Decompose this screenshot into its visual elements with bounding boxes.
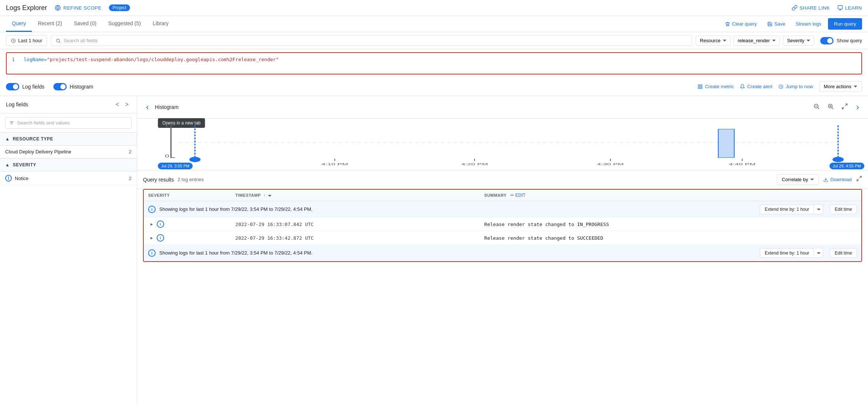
extend-dropdown-top[interactable] [814,204,823,214]
run-query-button[interactable]: Run query [828,18,862,30]
search-fields-input[interactable]: Search fields and values [5,117,132,129]
time-range-label: Last 1 hour [18,38,42,43]
metric-icon [698,84,703,89]
create-alert-button[interactable]: Create alert [740,84,772,89]
y-axis-max: 2 [165,124,169,128]
more-actions-chevron [854,86,857,87]
log-fields-toggle[interactable] [6,83,19,90]
save-label: Save [774,21,785,27]
resource-filter-chip[interactable]: Resource [696,36,731,46]
tab-saved[interactable]: Saved (0) [68,16,102,32]
time-end-badge[interactable]: Jul 29, 4:55 PM [829,163,864,169]
histogram-nav-right[interactable]: › [853,100,862,114]
severity-header[interactable]: ▲ SEVERITY [0,158,137,172]
time-start-dot[interactable] [189,157,200,162]
results-title: Query results [143,177,174,183]
time-end-dot[interactable] [832,157,844,162]
results-count: 2 log entries [177,177,204,182]
histogram-toggle[interactable] [53,83,67,90]
main-content: Log fields < > Search fields and values … [0,96,868,404]
jump-to-now-button[interactable]: Jump to now [778,84,813,89]
histogram-svg: 2 0 4:10 PM 4:20 [143,122,862,167]
log-summary-cell-1: Release render state changed to SUCCEEDE… [480,231,861,245]
show-query-toggle[interactable] [820,37,834,44]
clear-query-button[interactable]: Clear query [721,19,761,29]
correlate-by-chevron [810,179,814,180]
svg-line-24 [842,107,844,109]
query-text: logName="projects/test-suspend-abandon/l… [24,57,279,62]
expand-icon [841,103,848,110]
stream-logs-button[interactable]: Stream logs [792,19,825,29]
extend-time-button-bottom[interactable]: Extend time by: 1 hour [760,248,814,258]
panel-title: Log fields [6,102,28,107]
create-metric-button[interactable]: Create metric [698,84,734,89]
log-name-label: release_render [738,38,770,43]
correlate-by-button[interactable]: Correlate by [777,174,819,185]
time-range-button[interactable]: Last 1 hour [6,35,47,46]
severity-badge-1: i [157,234,164,242]
time-start-badge[interactable]: Jul 29, 3:55 PM [158,163,193,169]
tab-recent[interactable]: Recent (2) [32,16,68,32]
log-name-dropdown-icon [772,40,776,41]
resource-type-header[interactable]: ▲ RESOURCE TYPE [0,132,137,146]
show-query-toggle-container: Show query [820,37,862,44]
edit-time-button-top[interactable]: Edit time [830,205,857,214]
svg-point-1 [57,7,59,9]
query-editor[interactable]: 1 logName="projects/test-suspend-abandon… [6,52,862,74]
resource-dropdown-icon [723,40,726,41]
table-row[interactable]: ► i 2022-07-29 16:33:07.842 UTC Release … [144,217,861,231]
severity-count-0: 2 [129,176,132,181]
th-severity: SEVERITY [144,190,231,201]
refine-scope-button[interactable]: REFINE SCOPE [51,3,104,13]
more-actions-button[interactable]: More actions [819,81,862,92]
th-timestamp[interactable]: TIMESTAMP ↑ [231,190,480,201]
search-fields-placeholder: Search fields and values [17,120,70,126]
svg-text:4:10 PM: 4:10 PM [321,162,348,166]
log-fields-panel: Log fields < > Search fields and values … [0,96,137,404]
extend-time-button-top[interactable]: Extend time by: 1 hour [760,205,814,214]
fullscreen-button[interactable] [856,176,862,183]
log-fields-label: Log fields [22,84,44,90]
controls-right: Create metric Create alert Jump to now M… [698,81,862,92]
edit-time-button-bottom[interactable]: Edit time [830,248,857,258]
zoom-out-button[interactable] [811,102,822,112]
info-row-bottom-cell: i Showing logs for last 1 hour from 7/29… [144,245,861,261]
panel-nav-left[interactable]: < [113,100,121,109]
tab-library[interactable]: Library [147,16,174,32]
sort-asc-icon: ↑ [263,193,266,197]
severity-filter-chip[interactable]: Severity [783,36,814,46]
th-timestamp-label: TIMESTAMP [235,193,260,197]
project-badge[interactable]: Project [109,4,130,11]
download-label: Download [830,177,852,182]
log-name-filter-chip[interactable]: release_render [734,36,780,46]
expand-collapse-button[interactable] [839,102,850,112]
svg-rect-9 [701,84,702,86]
tab-query[interactable]: Query [6,16,32,32]
severity-item-0[interactable]: i Notice 2 [0,172,137,185]
svg-line-17 [818,107,819,109]
expand-row-0[interactable]: ► [148,222,155,226]
histogram-nav-left[interactable]: ‹ [143,100,152,114]
resource-type-item-0[interactable]: Cloud Deploy Delivery Pipeline 2 [0,146,137,158]
fullscreen-icon [856,176,862,182]
info-text-bottom: Showing logs for last 1 hour from 7/29/2… [159,250,756,256]
save-button[interactable]: Save [764,19,789,29]
y-axis-min: 0 [165,154,169,159]
extend-dropdown-bottom[interactable] [814,248,823,258]
expand-row-1[interactable]: ► [148,236,155,240]
trash-icon [725,21,730,27]
learn-button[interactable]: LEARN [837,5,862,11]
clock-refresh-icon [778,84,784,89]
download-button[interactable]: Download [823,177,852,182]
tab-suggested[interactable]: Suggested (5) [102,16,147,32]
info-row-top: i Showing logs for last 1 hour from 7/29… [144,201,861,217]
panel-nav-right[interactable]: > [123,100,131,109]
zoom-in-button[interactable] [825,102,836,112]
edit-summary-button[interactable]: ✏ EDIT [511,193,526,198]
learn-icon [837,5,843,11]
share-link-button[interactable]: SHARE LINK [792,5,830,11]
svg-text:4:40 PM: 4:40 PM [729,162,755,166]
query-toolbar: Last 1 hour Search all fields Resource r… [0,32,868,49]
table-row[interactable]: ► i 2022-07-29 16:33:42.872 UTC Release … [144,231,861,245]
search-all-fields-input[interactable]: Search all fields [51,35,692,46]
